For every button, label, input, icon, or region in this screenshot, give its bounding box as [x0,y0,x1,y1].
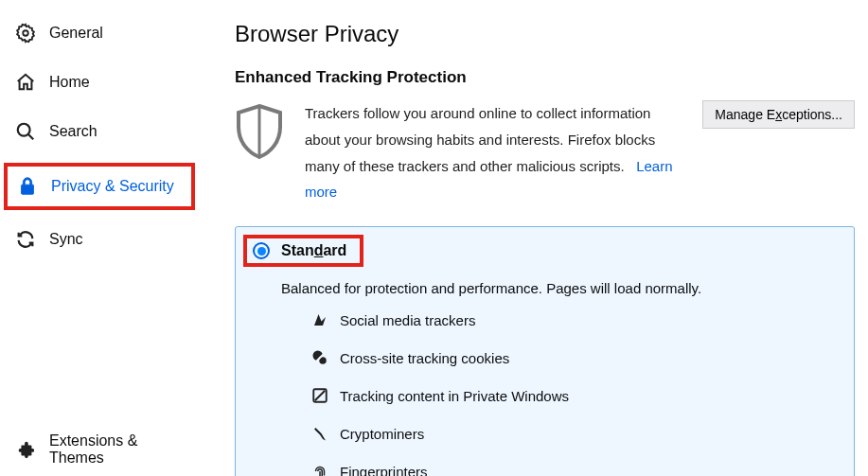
highlight-privacy: Privacy & Security [4,163,195,210]
cookies-icon [311,349,328,366]
svg-point-0 [23,30,28,36]
settings-sidebar: General Home Search Privacy & [0,0,208,476]
shield-icon [235,100,284,164]
sync-icon [15,229,36,250]
sidebar-item-search[interactable]: Search [9,114,199,150]
sidebar-item-label: General [49,25,103,42]
sidebar-item-label: Privacy & Security [51,178,174,195]
social-trackers-icon [311,311,328,328]
radio-standard-label: Standard [281,242,346,259]
lock-icon [17,176,38,197]
etp-option-standard[interactable]: Standard Balanced for protection and per… [235,226,855,476]
svg-point-1 [18,124,30,136]
tracking-content-icon [311,387,328,404]
sidebar-item-label: Search [49,123,97,140]
fingerprinters-icon [311,463,328,476]
sidebar-item-general[interactable]: General [9,15,199,51]
sidebar-item-privacy-security[interactable]: Privacy & Security [8,167,191,206]
home-icon [15,72,36,93]
feature-cryptominers: Cryptominers [311,425,839,442]
gear-icon [15,23,36,44]
sidebar-item-label: Home [49,74,90,91]
sidebar-item-label: Extensions & Themes [49,432,193,467]
page-title: Browser Privacy [235,21,855,47]
settings-content: Browser Privacy Enhanced Tracking Protec… [208,0,868,476]
cryptominers-icon [311,425,328,442]
highlight-standard: Standard [243,235,363,267]
sidebar-item-sync[interactable]: Sync [9,221,199,257]
etp-heading: Enhanced Tracking Protection [235,68,855,87]
puzzle-icon [15,439,36,460]
etp-description: Trackers follow you around online to col… [305,100,682,205]
sidebar-item-extensions-themes[interactable]: Extensions & Themes [9,425,199,474]
radio-standard[interactable] [253,242,270,259]
feature-social-trackers: Social media trackers [311,311,839,328]
feature-cross-site-cookies: Cross-site tracking cookies [311,349,839,366]
standard-description: Balanced for protection and performance.… [281,280,839,296]
feature-tracking-content: Tracking content in Private Windows [311,387,839,404]
manage-exceptions-button[interactable]: Manage Exceptions... [702,100,855,129]
feature-fingerprinters: Fingerprinters [311,463,839,476]
search-icon [15,121,36,142]
sidebar-item-label: Sync [49,231,83,248]
sidebar-item-home[interactable]: Home [9,64,199,100]
